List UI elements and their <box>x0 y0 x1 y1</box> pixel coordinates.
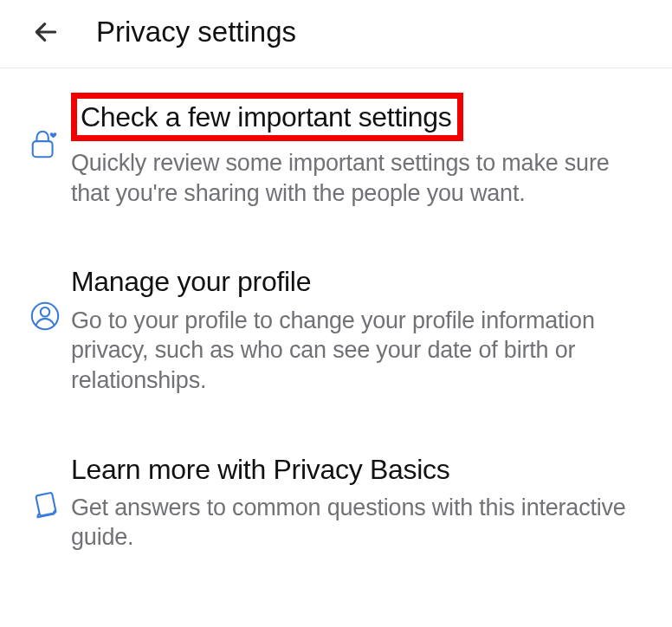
item-text: Manage your profile Go to your profile t… <box>71 265 653 395</box>
svg-point-2 <box>41 308 49 317</box>
item-desc: Go to your profile to change your profil… <box>71 306 644 396</box>
item-title: Manage your profile <box>71 265 311 298</box>
item-manage-profile[interactable]: Manage your profile Go to your profile t… <box>19 265 653 395</box>
page-title: Privacy settings <box>96 16 296 48</box>
item-privacy-basics[interactable]: Learn more with Privacy Basics Get answe… <box>19 453 653 553</box>
person-circle-icon <box>19 265 71 333</box>
item-text: Check a few important settings Quickly r… <box>71 93 653 208</box>
item-title: Learn more with Privacy Basics <box>71 453 449 486</box>
lock-heart-icon <box>19 93 71 160</box>
settings-list: Check a few important settings Quickly r… <box>0 68 672 553</box>
item-title: Check a few important settings <box>71 93 463 141</box>
item-text: Learn more with Privacy Basics Get answe… <box>71 453 653 553</box>
item-desc: Get answers to common questions with thi… <box>71 493 644 553</box>
item-check-settings[interactable]: Check a few important settings Quickly r… <box>19 93 653 208</box>
book-icon <box>19 453 71 520</box>
back-button[interactable] <box>30 16 61 48</box>
arrow-left-icon <box>32 18 60 46</box>
header: Privacy settings <box>0 0 672 68</box>
item-desc: Quickly review some important settings t… <box>71 148 644 208</box>
svg-rect-0 <box>33 141 53 157</box>
